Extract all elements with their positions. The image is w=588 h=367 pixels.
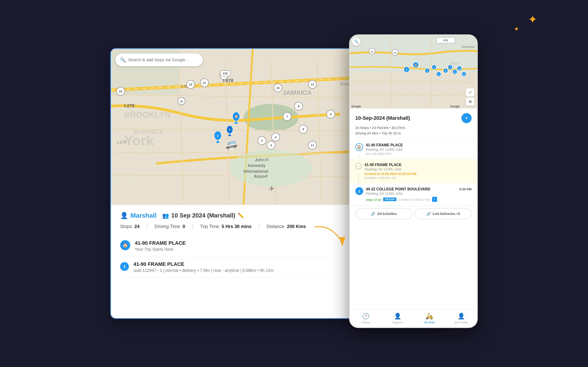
mobile-map-controls: ⤢ ⊕ [466, 88, 474, 106]
mobile-stop-1-collapsed[interactable]: ✓ [355, 163, 362, 169]
svg-text:13: 13 [458, 68, 460, 70]
mobile-stop-2: 2 40-22 COLLEGE POINT BOULEVARD 6:30 PM … [350, 184, 477, 206]
svg-text:11: 11 [311, 144, 314, 147]
stop-home-icon: 🏠 [120, 240, 130, 250]
mobile-locate-btn[interactable]: ⊕ [466, 98, 474, 106]
mobile-stop-1-arrived: Arrived at 10-09-2024 01:05:54 PM [364, 172, 472, 176]
driver-info: 👤 Marshall [120, 212, 157, 219]
stop-1-name: 41-90 FRAME PLACE [133, 261, 274, 267]
svg-text:25: 25 [180, 100, 183, 103]
mobile-bottom-nav: 🕐 History 👤 Support 🛵 On Ride 👤 My Profi… [350, 309, 477, 327]
mobile-stop-2-circle: 2 [355, 187, 363, 195]
history-label: History [361, 321, 370, 324]
svg-text:4: 4 [275, 135, 277, 139]
svg-text:4: 4 [433, 67, 435, 69]
svg-text:Airport: Airport [254, 174, 268, 179]
svg-text:23: 23 [394, 52, 396, 54]
nav-on-ride[interactable]: 🛵 On Ride [414, 310, 445, 326]
mobile-app: 678 Great Neck York 2 🏠 3 4 5 6 7 8 [349, 34, 478, 328]
mobile-stop-2-badges: After 17:37 PICKUP 2 mintes • 0.05 Km • … [366, 197, 472, 202]
svg-text:16: 16 [463, 73, 465, 76]
svg-text:✈: ✈ [269, 185, 275, 192]
route-title-section: 👥 10 Sep 2024 (Marshall) ✏️ [162, 212, 244, 219]
profile-icon: 👤 [458, 313, 465, 320]
stop-home-info: 41-90 FRAME PLACE Your Trip Starts Here [135, 240, 186, 252]
svg-text:2: 2 [406, 69, 407, 71]
svg-text:3: 3 [261, 139, 262, 142]
mobile-map-search-icon[interactable]: 🔍 [352, 37, 360, 46]
svg-text:International: International [243, 169, 268, 174]
mobile-home-icon: 🏠 [355, 143, 363, 151]
activities-label: 2/4 Activities [377, 212, 397, 216]
mobile-stop-1-header: ✓ 41-90 FRAME PLACE Flushing, NY 11355, … [355, 163, 472, 180]
activities-icon: 🔗 [371, 212, 375, 216]
svg-text:4: 4 [270, 144, 272, 147]
mobile-stop-1-addr: Flushing, NY 11355, USA [364, 167, 472, 171]
mobile-stop-1-info: 41-90 FRAME PLACE Flushing, NY 11355, US… [364, 163, 472, 180]
mobile-fullscreen-btn[interactable]: ⤢ [466, 88, 474, 97]
check-badge: ✓ [432, 197, 437, 202]
svg-text:Google: Google [351, 105, 361, 108]
svg-text:8: 8 [454, 71, 455, 73]
mobile-stop-2-time-green: After 17:37 [366, 198, 381, 202]
svg-text:Kennedy: Kennedy [248, 163, 266, 168]
mobile-stop-1-name: 41-90 FRAME PLACE [364, 163, 472, 167]
link-deliveries-btn[interactable]: 🔗 Link Deliveries +5 [415, 208, 472, 219]
stop-1-info: 41-90 FRAME PLACE uuid 112947 - 1 | norm… [133, 261, 274, 273]
mobile-action-row: 🔗 2/4 Activities 🔗 Link Deliveries +5 [350, 206, 477, 222]
svg-text:Great Neck: Great Neck [462, 45, 475, 48]
stop-home-sub: Your Trip Starts Here [135, 247, 186, 252]
nav-my-profile[interactable]: 👤 My Profile [445, 310, 477, 326]
driver-name: Marshall [130, 212, 157, 219]
distance: Distance 200 Kms [267, 224, 306, 229]
search-input[interactable] [128, 58, 198, 62]
mobile-stop-home-info: 41-90 FRAME PLACE Flushing, NY 11355, US… [366, 143, 472, 155]
add-stop-btn[interactable]: + [461, 113, 472, 123]
mobile-stops-list: 🏠 41-90 FRAME PLACE Flushing, NY 11355, … [350, 140, 477, 224]
nav-history[interactable]: 🕐 History [350, 310, 382, 326]
svg-text:John F.: John F. [255, 158, 269, 162]
driving-time: Driving Time 0 [155, 224, 185, 229]
svg-text:8: 8 [298, 105, 299, 108]
svg-text:24: 24 [119, 90, 122, 93]
svg-text:7: 7 [286, 115, 288, 118]
star-small-icon: ✦ [514, 25, 519, 33]
main-container: I-495 I-278 I-678 I-278 BROOKLYN JAMAICA… [110, 34, 478, 333]
svg-text:2: 2 [217, 134, 219, 137]
mobile-stop-2-info: 40-22 COLLEGE POINT BOULEVARD 6:30 PM Fl… [366, 187, 472, 202]
mobile-stop-2-time: 6:30 PM [459, 187, 472, 191]
link-icon: 🔗 [426, 212, 431, 216]
svg-text:7: 7 [450, 67, 451, 69]
trip-time: Trip Time 5 Hrs 38 mins [200, 224, 251, 229]
activities-btn[interactable]: 🔗 2/4 Activities [355, 208, 412, 219]
distance-value: 200 Kms [287, 224, 306, 229]
edit-icon[interactable]: ✏️ [238, 213, 244, 219]
stops-label: Stops 24 [120, 224, 140, 229]
svg-text:Google: Google [450, 105, 460, 108]
on-ride-icon: 🛵 [426, 313, 433, 320]
mobile-route-title: 10-Sep-2024 (Marshall) [355, 115, 410, 121]
svg-text:I-278: I-278 [124, 103, 135, 108]
mobile-stop-1-meta: 2 mintes • 0.05 Km • 0m [364, 176, 472, 180]
search-bar[interactable]: 🔍 [115, 53, 203, 66]
svg-text:5: 5 [438, 73, 439, 76]
svg-text:13: 13 [311, 83, 314, 86]
stops-value: 24 [134, 224, 139, 229]
svg-text:678: 678 [443, 39, 448, 42]
history-icon: 🕐 [362, 313, 369, 320]
link-label: Link Deliveries +5 [433, 212, 460, 216]
svg-text:York: York [124, 133, 154, 148]
svg-text:22: 22 [189, 83, 192, 86]
mobile-content: 10-Sep-2024 (Marshall) + 24 Stops • 23 P… [350, 108, 477, 309]
stop-1-sub: uuid 112947 - 1 | normal • delivery • 7 … [133, 268, 274, 273]
svg-point-16 [230, 150, 312, 186]
mobile-stop-2-name: 40-22 COLLEGE POINT BOULEVARD [366, 187, 431, 191]
mobile-route-stats: 24 Stops • 23 Parcels • 30.37Km Driving … [355, 125, 472, 136]
nav-support[interactable]: 👤 Support [382, 310, 414, 326]
pickup-badge: PICKUP [383, 198, 397, 201]
svg-text:JAMAICA: JAMAICA [283, 89, 312, 96]
profile-label: My Profile [455, 321, 468, 324]
mobile-map: 678 Great Neck York 2 🏠 3 4 5 6 7 8 [350, 35, 477, 108]
svg-text:16: 16 [276, 86, 279, 90]
svg-text:🏠: 🏠 [414, 64, 417, 67]
